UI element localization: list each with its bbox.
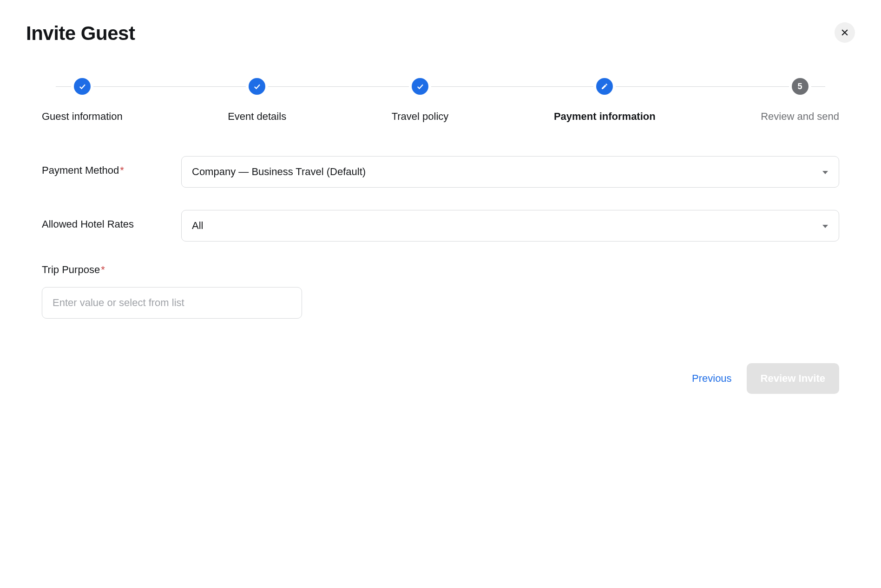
progress-stepper: Guest information Event details Travel p…: [42, 78, 839, 123]
check-icon: [78, 82, 86, 91]
allowed-hotel-rates-label: Allowed Hotel Rates: [42, 210, 181, 230]
edit-icon: [601, 83, 608, 90]
payment-information-form: Payment Method* Company — Business Trave…: [42, 156, 839, 319]
allowed-hotel-rates-value: All: [192, 220, 203, 232]
payment-method-value: Company — Business Travel (Default): [192, 166, 366, 178]
check-icon: [253, 82, 261, 91]
chevron-down-icon: [822, 220, 828, 232]
step-event-details[interactable]: Event details: [228, 78, 286, 123]
page-title: Invite Guest: [26, 22, 135, 45]
payment-method-select[interactable]: Company — Business Travel (Default): [181, 156, 839, 188]
step-circle: [412, 78, 428, 95]
close-button[interactable]: [835, 22, 855, 43]
step-guest-information[interactable]: Guest information: [42, 78, 123, 123]
previous-button[interactable]: Previous: [692, 372, 732, 385]
close-icon: [840, 28, 849, 37]
step-circle: [596, 78, 613, 95]
step-connector: [274, 86, 395, 87]
step-label: Travel policy: [392, 111, 449, 123]
review-invite-button[interactable]: Review Invite: [747, 363, 839, 394]
allowed-hotel-rates-select[interactable]: All: [181, 210, 839, 242]
step-review-and-send: 5 Review and send: [761, 78, 839, 123]
trip-purpose-input[interactable]: [42, 287, 302, 319]
step-circle: [74, 78, 91, 95]
step-label: Review and send: [761, 111, 839, 123]
payment-method-label: Payment Method*: [42, 156, 181, 176]
step-label: Event details: [228, 111, 286, 123]
step-circle: [249, 78, 265, 95]
step-label: Guest information: [42, 111, 123, 123]
step-number: 5: [798, 82, 802, 91]
chevron-down-icon: [822, 166, 828, 178]
step-travel-policy[interactable]: Travel policy: [392, 78, 449, 123]
check-icon: [416, 82, 424, 91]
required-indicator: *: [101, 264, 105, 275]
step-circle: 5: [792, 78, 809, 95]
step-label: Payment information: [554, 111, 656, 123]
required-indicator: *: [120, 164, 124, 176]
trip-purpose-label: Trip Purpose*: [42, 264, 181, 276]
step-payment-information[interactable]: Payment information: [554, 78, 656, 123]
